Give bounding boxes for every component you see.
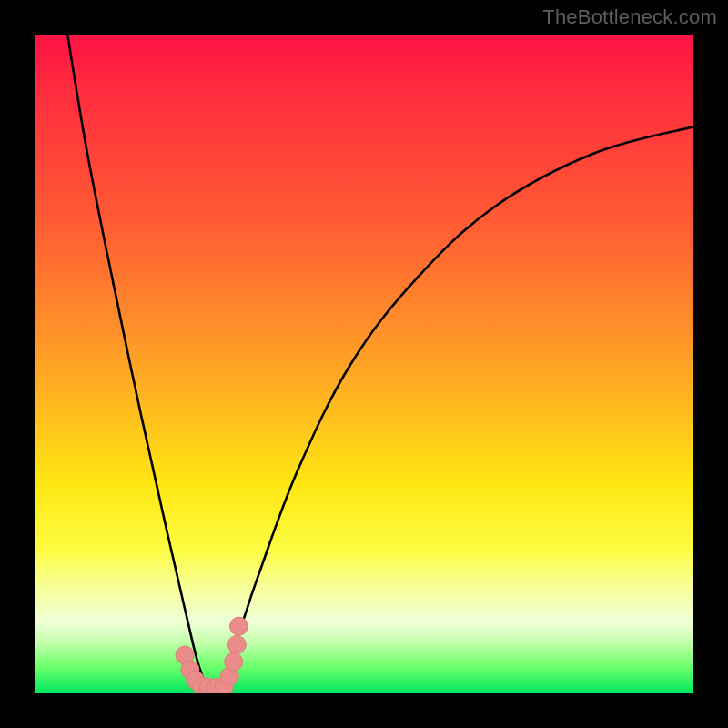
- plot-area: [35, 35, 693, 693]
- curve-path: [67, 35, 693, 693]
- marker-dot: [228, 635, 246, 653]
- chart-svg: [35, 35, 693, 693]
- marker-dot: [229, 617, 248, 635]
- highlight-markers: [176, 617, 248, 693]
- bottleneck-curve: [67, 35, 693, 693]
- chart-frame: TheBottleneck.com: [0, 0, 728, 728]
- marker-dot: [225, 652, 243, 671]
- watermark-text: TheBottleneck.com: [542, 5, 717, 29]
